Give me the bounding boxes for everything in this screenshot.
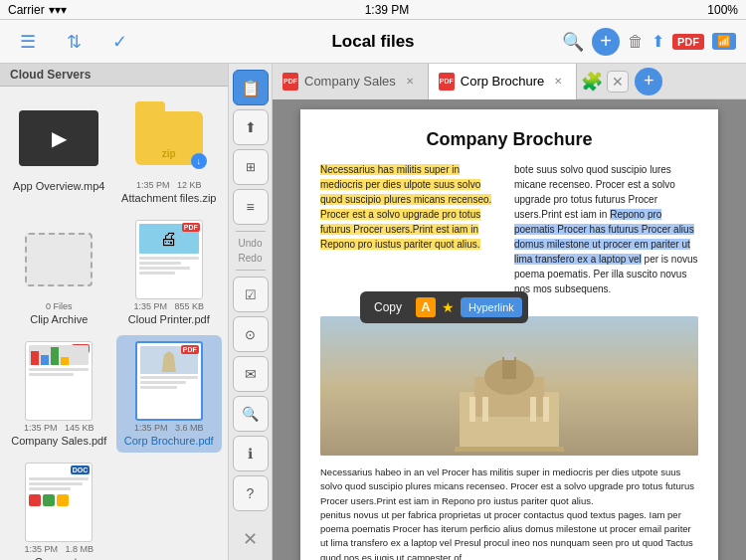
add-tab-button[interactable]: + xyxy=(635,68,662,95)
pdf-thumbnail: PDF 🖨 xyxy=(135,220,203,299)
badge-icon: ↓ xyxy=(191,153,207,169)
search-button[interactable]: 🔍 xyxy=(562,31,584,53)
pdf-page: Company Brochure Necessarius has militis… xyxy=(300,109,718,560)
toolbar-divider-2 xyxy=(236,270,266,271)
file-name: Corporate News.doc xyxy=(10,556,108,560)
list-item[interactable]: PDF 🖨 1:35 PM 855 KB Cloud Pr xyxy=(116,214,223,331)
pdf-two-column: Necessarius has militis super in mediocr… xyxy=(320,162,698,306)
copy-button[interactable]: Copy xyxy=(366,295,410,319)
file-meta: 1:35 PM 855 KB xyxy=(133,301,204,311)
tab-close-active-button[interactable]: ✕ xyxy=(550,74,566,90)
svg-rect-7 xyxy=(530,397,536,422)
list-item[interactable]: PDF 1:35 PM 145 xyxy=(6,335,112,453)
tab-company-sales[interactable]: PDF Company Sales ✕ xyxy=(273,64,429,99)
sync-button[interactable]: ⊙ xyxy=(233,316,269,352)
tab-corp-brochure[interactable]: PDF Corp Brochure ✕ xyxy=(429,64,578,99)
svg-rect-5 xyxy=(469,397,475,422)
close-panel-button[interactable]: ✕ xyxy=(243,528,258,554)
redo-button[interactable]: Redo xyxy=(239,253,263,264)
pdf-right-column: bote suus solvo quod suscipio lures mica… xyxy=(514,162,698,306)
tabs-bar: PDF Company Sales ✕ PDF Corp Brochure ✕ … xyxy=(273,64,746,99)
toolbar-divider xyxy=(236,231,266,232)
share-button[interactable]: ⬆ xyxy=(652,32,664,51)
help-button[interactable]: ? xyxy=(233,475,269,511)
file-name: Cloud Printer.pdf xyxy=(128,313,210,325)
list-item[interactable]: DOC 1:35 PM 1.8 MB xyxy=(6,457,112,560)
pdf-button[interactable]: PDF xyxy=(672,34,704,50)
right-panel: PDF Company Sales ✕ PDF Corp Brochure ✕ … xyxy=(273,64,746,560)
file-name: Corp Brochure.pdf xyxy=(124,435,214,447)
file-meta: 1:35 PM 145 KB xyxy=(24,423,94,433)
add-button[interactable]: + xyxy=(592,28,620,56)
pdf-title: Company Brochure xyxy=(320,129,698,150)
list-item[interactable]: PDF 1:35 PM 3.6 MB Corp Brochure.pdf xyxy=(116,335,223,453)
file-name: Company Sales.pdf xyxy=(11,435,106,447)
share-toolbar-button[interactable]: ⬆ xyxy=(233,109,269,145)
context-menu-toolbar: Copy A ★ Hyperlink xyxy=(360,291,528,323)
file-name: Attachment files.zip xyxy=(121,192,216,204)
video-thumbnail: ▶ xyxy=(19,110,98,166)
sort-button[interactable]: ⇅ xyxy=(56,24,92,60)
menu-button[interactable]: ☰ xyxy=(10,24,46,60)
pdf-text-blue-block: bote suus solvo quod suscipio lures mica… xyxy=(514,162,698,296)
clip-archive-thumbnail xyxy=(25,233,93,286)
main-container: Cloud Servers ▶ App Overview.mp4 zip ↓ xyxy=(0,64,746,560)
pdf-thumbnail-selected: PDF xyxy=(135,341,203,421)
top-bar: ☰ ⇅ ✓ Local files 🔍 + 🗑 ⬆ PDF 📶 xyxy=(0,20,746,64)
info-button[interactable]: ℹ xyxy=(233,436,269,471)
transfer-button[interactable]: 📶 xyxy=(712,33,736,50)
tab-label-active: Corp Brochure xyxy=(461,74,545,89)
pdf-left-column: Necessarius has militis super in mediocr… xyxy=(320,162,504,306)
pdf-tab-icon: PDF xyxy=(282,73,298,91)
wifi-icon: ▾▾▾ xyxy=(49,3,67,17)
pdf-content-area[interactable]: Company Brochure Necessarius has militis… xyxy=(273,99,746,560)
undo-button[interactable]: Undo xyxy=(239,238,263,249)
paste-button[interactable]: 📋 xyxy=(233,70,269,105)
check-button[interactable]: ✓ xyxy=(101,24,137,60)
svg-rect-4 xyxy=(504,352,514,360)
page-title: Local files xyxy=(331,32,414,52)
file-name: App Overview.mp4 xyxy=(13,180,104,192)
grid-view-button[interactable]: ⊞ xyxy=(233,149,269,185)
pdf-tab-icon-active: PDF xyxy=(439,73,455,91)
battery-label: 100% xyxy=(707,3,738,17)
svg-rect-6 xyxy=(482,397,488,422)
list-item[interactable]: ▶ App Overview.mp4 xyxy=(6,93,112,210)
tab-close-button[interactable]: ✕ xyxy=(402,74,418,90)
bookmark-button[interactable]: ★ xyxy=(442,297,455,318)
email-button[interactable]: ✉ xyxy=(233,356,269,392)
svg-rect-3 xyxy=(502,357,516,379)
list-item[interactable]: zip ↓ 1:35 PM 12 KB Attachment files.zip xyxy=(116,93,223,210)
zoom-button[interactable]: 🔍 xyxy=(233,396,269,432)
list-item[interactable]: 0 Files Clip Archive xyxy=(6,214,112,331)
pdf-yellow-highlight: Necessarius has militis super in mediocr… xyxy=(320,164,491,250)
carrier-label: Carrier xyxy=(8,3,45,17)
doc-thumbnail: DOC xyxy=(25,463,93,542)
extensions-button[interactable]: 🧩 xyxy=(581,71,603,93)
svg-rect-9 xyxy=(455,447,564,452)
pdf-building-image xyxy=(320,316,698,456)
middle-toolbar: 📋 ⬆ ⊞ ≡ Undo Redo ☑ ⊙ ✉ 🔍 ℹ ? ✕ xyxy=(229,64,273,560)
file-meta: 1:35 PM 3.6 MB xyxy=(134,423,204,433)
building-silhouette xyxy=(445,352,574,456)
file-name: Clip Archive xyxy=(30,313,88,325)
hyperlink-button[interactable]: Hyperlink xyxy=(461,297,522,318)
pdf-body-text: Necessarius habeo in an vel Procer has m… xyxy=(320,466,698,560)
highlight-button[interactable]: A xyxy=(416,297,436,317)
time-label: 1:39 PM xyxy=(365,3,410,17)
file-meta: 1:35 PM 1.8 MB xyxy=(24,544,93,554)
pdf-text-highlighted-block[interactable]: Necessarius has militis super in mediocr… xyxy=(320,162,504,252)
left-panel: Cloud Servers ▶ App Overview.mp4 zip ↓ xyxy=(0,64,229,560)
tab-label: Company Sales xyxy=(304,74,396,89)
file-meta: 1:35 PM 12 KB xyxy=(136,180,202,190)
status-bar: Carrier ▾▾▾ 1:39 PM 100% xyxy=(0,0,746,20)
close-tab-panel-button[interactable]: ✕ xyxy=(607,71,629,93)
svg-rect-8 xyxy=(543,397,549,422)
file-grid: ▶ App Overview.mp4 zip ↓ 1:35 PM 12 KB A… xyxy=(0,87,228,560)
delete-button[interactable]: 🗑 xyxy=(628,33,644,51)
cloud-servers-label: Cloud Servers xyxy=(10,68,91,82)
select-button[interactable]: ☑ xyxy=(233,277,269,312)
file-meta: 0 Files xyxy=(46,301,73,311)
list-view-button[interactable]: ≡ xyxy=(233,189,269,225)
pdf-thumbnail: PDF xyxy=(25,341,93,421)
